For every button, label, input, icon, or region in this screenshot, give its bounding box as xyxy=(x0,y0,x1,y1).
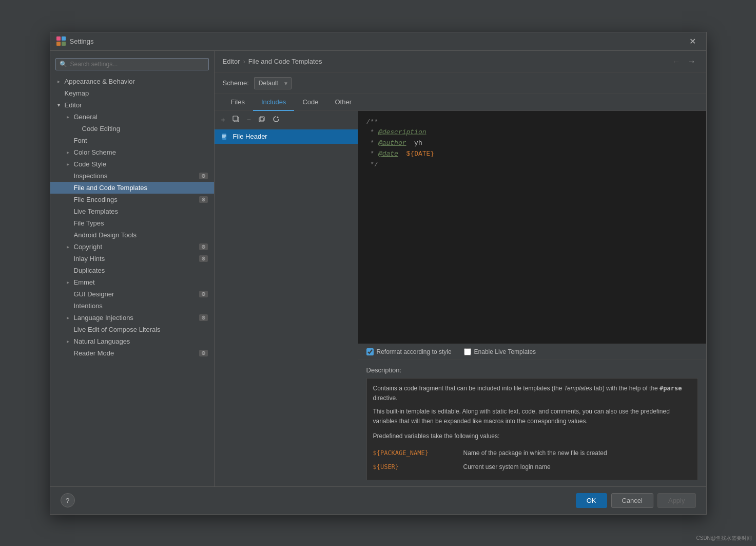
sidebar-item-file-types[interactable]: File Types xyxy=(50,217,214,229)
sidebar-item-file-and-code-templates[interactable]: File and Code Templates xyxy=(50,182,214,194)
nav-forward-button[interactable]: → xyxy=(686,56,698,67)
sidebar-item-live-edit[interactable]: Live Edit of Compose Literals xyxy=(50,324,214,335)
close-button[interactable]: ✕ xyxy=(685,34,700,48)
sidebar-label-copyright: Copyright xyxy=(74,243,103,251)
sidebar-item-inspections[interactable]: Inspections⚙ xyxy=(50,170,214,182)
sidebar-item-intentions[interactable]: Intentions xyxy=(50,300,214,312)
ok-button[interactable]: OK xyxy=(576,493,607,508)
tab-files[interactable]: Files xyxy=(223,94,253,111)
code-annotation-date: @date xyxy=(378,149,398,160)
nav-back-button[interactable]: ← xyxy=(670,56,683,67)
sidebar-item-gui-designer[interactable]: GUI Designer⚙ xyxy=(50,288,214,300)
code-editor-section: /** * @description * @author yh xyxy=(358,111,706,486)
svg-rect-6 xyxy=(259,118,263,122)
tab-includes[interactable]: Includes xyxy=(253,94,294,111)
live-templates-checkbox-label[interactable]: Enable Live Templates xyxy=(464,348,536,355)
description-section: Description: Contains a code fragment th… xyxy=(358,360,706,486)
chevron-appearance-icon: ▸ xyxy=(55,79,63,84)
sidebar-item-language-injections[interactable]: ▸Language Injections⚙ xyxy=(50,312,214,324)
sidebar-item-emmet[interactable]: ▸Emmet xyxy=(50,276,214,288)
code-line-5: */ xyxy=(366,160,698,171)
search-wrapper: 🔍 xyxy=(50,55,214,73)
breadcrumb-parent: Editor xyxy=(223,58,240,65)
reformat-checkbox[interactable] xyxy=(366,348,374,355)
breadcrumb-current: File and Code Templates xyxy=(248,58,322,65)
sidebar-item-android-design-tools[interactable]: Android Design Tools xyxy=(50,229,214,241)
var-desc-package: Name of the package in which the new fil… xyxy=(463,448,607,458)
code-date-space xyxy=(398,149,406,160)
code-editor[interactable]: /** * @description * @author yh xyxy=(358,111,706,344)
tab-code[interactable]: Code xyxy=(294,94,326,111)
sidebar-item-editor[interactable]: ▾Editor xyxy=(50,99,214,111)
reformat-checkbox-label[interactable]: Reformat according to style xyxy=(366,348,452,355)
sidebar-item-appearance[interactable]: ▸Appearance & Behavior xyxy=(50,76,214,87)
sidebar-label-android-design-tools: Android Design Tools xyxy=(74,231,137,239)
sidebar-badge-gui-designer: ⚙ xyxy=(199,291,208,297)
chevron-general-icon: ▸ xyxy=(65,114,72,120)
tabs-bar: Files Includes Code Other xyxy=(215,94,706,111)
svg-rect-3 xyxy=(62,42,66,46)
search-input[interactable] xyxy=(55,58,209,70)
sidebar-item-inlay-hints[interactable]: Inlay Hints⚙ xyxy=(50,253,214,265)
sidebar-item-color-scheme[interactable]: ▸Color Scheme xyxy=(50,146,214,158)
breadcrumb-separator: › xyxy=(243,58,245,65)
code-var-date: ${DATE} xyxy=(406,149,435,160)
reset-template-button[interactable] xyxy=(270,114,282,126)
sidebar-label-natural-languages: Natural Languages xyxy=(74,337,130,345)
var-name-package: ${PACKAGE_NAME} xyxy=(373,448,455,458)
settings-window: Settings ✕ 🔍 ▸Appearance & BehaviorKeyma… xyxy=(50,32,707,515)
sidebar-item-code-editing[interactable]: Code Editing xyxy=(50,123,214,135)
sidebar-item-duplicates[interactable]: Duplicates xyxy=(50,265,214,276)
live-templates-checkbox[interactable] xyxy=(464,348,471,355)
var-name-user: ${USER} xyxy=(373,462,455,472)
description-text-2: This built-in template is editable. Alon… xyxy=(373,407,691,426)
breadcrumb-bar: Editor › File and Code Templates ← → xyxy=(215,51,706,73)
sidebar-label-file-encodings: File Encodings xyxy=(74,196,118,203)
live-templates-label: Enable Live Templates xyxy=(474,348,536,355)
description-box: Contains a code fragment that can be inc… xyxy=(366,378,698,480)
variables-table: ${PACKAGE_NAME} Name of the package in w… xyxy=(373,446,691,474)
sidebar-item-live-templates[interactable]: Live Templates xyxy=(50,205,214,217)
scheme-select[interactable]: Default Project xyxy=(254,77,292,89)
desc-bold-parse: #parse xyxy=(660,385,682,392)
copy-template-button[interactable] xyxy=(230,114,242,126)
code-line-2: * @description xyxy=(366,127,698,138)
template-item-file-header[interactable]: File Header xyxy=(215,129,358,144)
sidebar-item-copyright[interactable]: ▸Copyright⚙ xyxy=(50,241,214,253)
sidebar-item-font[interactable]: Font xyxy=(50,135,214,146)
var-row-package: ${PACKAGE_NAME} Name of the package in w… xyxy=(373,446,691,460)
chevron-editor-icon: ▾ xyxy=(55,102,63,108)
breadcrumb-nav: ← → xyxy=(670,56,698,67)
main-content: 🔍 ▸Appearance & BehaviorKeymap▾Editor▸Ge… xyxy=(50,51,706,486)
copy-icon xyxy=(232,116,240,123)
add-template-button[interactable]: + xyxy=(219,114,228,125)
sidebar-item-file-encodings[interactable]: File Encodings⚙ xyxy=(50,194,214,205)
sidebar-item-keymap[interactable]: Keymap xyxy=(50,87,214,99)
cancel-button[interactable]: Cancel xyxy=(611,493,653,508)
sidebar-item-natural-languages[interactable]: ▸Natural Languages xyxy=(50,335,214,347)
template-file-header-icon xyxy=(221,133,229,141)
help-button[interactable]: ? xyxy=(61,493,75,507)
chevron-copyright-icon: ▸ xyxy=(65,244,72,250)
sidebar-item-general[interactable]: ▸General xyxy=(50,111,214,123)
chevron-code-style-icon: ▸ xyxy=(65,161,72,167)
svg-rect-5 xyxy=(233,116,238,121)
code-author-value: yh xyxy=(406,138,422,149)
tab-other[interactable]: Other xyxy=(326,94,360,111)
duplicate-template-button[interactable] xyxy=(256,114,268,126)
template-item-label: File Header xyxy=(233,133,267,140)
code-line-1: /** xyxy=(366,117,698,128)
code-line-4: * @date ${DATE} xyxy=(366,149,698,160)
right-panel: Editor › File and Code Templates ← → Sch… xyxy=(215,51,706,486)
chevron-language-injections-icon: ▸ xyxy=(65,315,72,321)
apply-button[interactable]: Apply xyxy=(657,493,696,508)
search-icon: 🔍 xyxy=(60,61,67,68)
sidebar-label-file-and-code-templates: File and Code Templates xyxy=(74,184,148,192)
sidebar-item-code-style[interactable]: ▸Code Style xyxy=(50,158,214,170)
description-title: Description: xyxy=(366,366,698,374)
svg-rect-0 xyxy=(56,36,61,41)
svg-rect-1 xyxy=(62,36,66,41)
remove-template-button[interactable]: − xyxy=(244,114,254,125)
sidebar-item-reader-mode[interactable]: Reader Mode⚙ xyxy=(50,347,214,359)
bottom-bar: ? OK Cancel Apply xyxy=(50,486,706,514)
